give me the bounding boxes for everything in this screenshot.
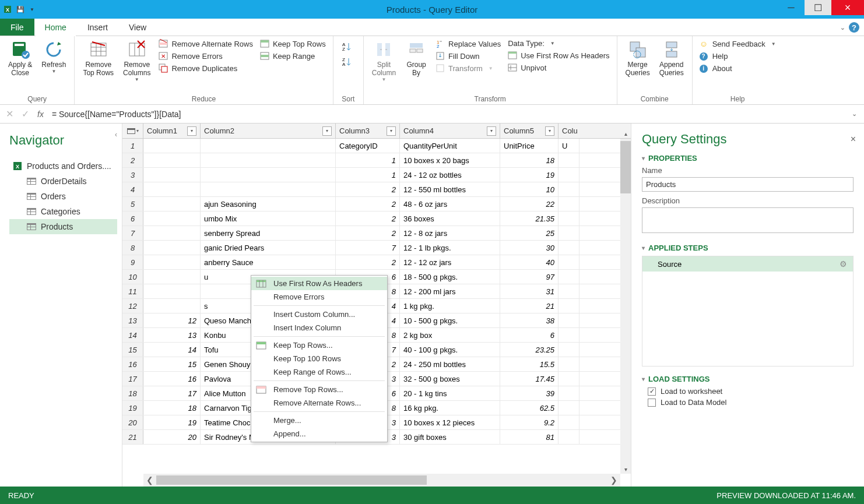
cancel-formula-icon[interactable]: ✕ xyxy=(6,108,13,119)
applied-steps-header[interactable]: ▾APPLIED STEPS xyxy=(642,244,854,252)
filter-icon[interactable]: ▾ xyxy=(487,126,496,136)
fill-down-button[interactable]: Fill Down xyxy=(433,51,503,61)
row-number[interactable]: 3 xyxy=(122,168,143,182)
help-button[interactable]: ?Help xyxy=(697,51,778,61)
select-all-corner[interactable]: ▾ xyxy=(122,124,143,138)
remove-duplicates-button[interactable]: Remove Duplicates xyxy=(156,63,255,73)
sort-asc-button[interactable]: AZ xyxy=(338,41,354,52)
row-number[interactable]: 9 xyxy=(122,255,143,269)
remove-columns-button[interactable]: Remove Columns▼ xyxy=(120,38,154,83)
properties-header[interactable]: ▾PROPERTIES xyxy=(642,154,854,163)
row-number[interactable]: 18 xyxy=(122,386,143,400)
merge-queries-button[interactable]: Merge Queries xyxy=(622,38,654,78)
row-number[interactable]: 20 xyxy=(122,415,143,429)
column-header-6[interactable]: Colu xyxy=(559,124,579,138)
row-number[interactable]: 19 xyxy=(122,401,143,415)
replace-values-button[interactable]: 12Replace Values xyxy=(433,38,503,49)
home-tab[interactable]: Home xyxy=(34,19,77,36)
cm-keep-range[interactable]: Keep Range of Rows... xyxy=(251,365,387,379)
cm-keep-top-100[interactable]: Keep Top 100 Rows xyxy=(251,352,387,365)
filter-icon[interactable]: ▾ xyxy=(545,126,554,136)
load-settings-header[interactable]: ▾LOAD SETTINGS xyxy=(642,375,854,383)
file-tab[interactable]: File xyxy=(0,19,34,36)
column-header-4[interactable]: Column4▾ xyxy=(400,124,500,138)
nav-item-categories[interactable]: Categories xyxy=(9,204,117,219)
gear-icon[interactable]: ⚙ xyxy=(840,259,847,269)
row-number[interactable]: 15 xyxy=(122,343,143,357)
cm-insert-custom[interactable]: Insert Custom Column... xyxy=(251,308,387,321)
refresh-button[interactable]: Refresh▼ xyxy=(38,38,69,75)
sort-desc-button[interactable]: ZA xyxy=(338,56,354,68)
view-tab[interactable]: View xyxy=(118,19,157,36)
load-datamodel-checkbox[interactable]: Load to Data Model xyxy=(648,398,854,407)
column-header-2[interactable]: Column2▾ xyxy=(201,124,336,138)
formula-expand-icon[interactable]: ⌄ xyxy=(852,110,857,118)
cm-remove-errors[interactable]: Remove Errors xyxy=(251,290,387,304)
row-number[interactable]: 13 xyxy=(122,313,143,327)
filter-icon[interactable]: ▾ xyxy=(387,126,396,136)
horizontal-scrollbar[interactable]: ❮❯ xyxy=(143,474,620,487)
split-column-button[interactable]: Split Column▼ xyxy=(368,38,399,83)
row-number[interactable]: 5 xyxy=(122,197,143,211)
row-number[interactable]: 11 xyxy=(122,284,143,298)
remove-top-rows-button[interactable]: Remove Top Rows xyxy=(79,38,117,78)
filter-icon[interactable]: ▾ xyxy=(187,126,196,136)
nav-item-products[interactable]: Products xyxy=(9,219,117,234)
row-number[interactable]: 12 xyxy=(122,299,143,313)
qat-dropdown-icon[interactable]: ▼ xyxy=(27,4,37,15)
name-input[interactable] xyxy=(642,177,854,192)
navigator-collapse-icon[interactable]: ‹ xyxy=(115,131,117,139)
insert-tab[interactable]: Insert xyxy=(77,19,118,36)
row-number[interactable]: 6 xyxy=(122,212,143,225)
vertical-scrollbar[interactable]: ▴▾ xyxy=(620,139,631,474)
load-worksheet-checkbox[interactable]: ✓Load to worksheet xyxy=(648,387,854,396)
close-button[interactable]: × xyxy=(831,0,864,15)
column-header-3[interactable]: Column3▾ xyxy=(336,124,400,138)
row-number[interactable]: 14 xyxy=(122,328,143,342)
collapse-ribbon-icon[interactable]: ⌃ xyxy=(840,23,845,31)
apply-close-button[interactable]: Apply & Close xyxy=(5,38,36,78)
cm-keep-top[interactable]: Keep Top Rows... xyxy=(251,339,387,352)
cm-use-first-row[interactable]: Use First Row As Headers xyxy=(251,277,387,290)
help-icon[interactable]: ? xyxy=(849,22,859,33)
cm-append[interactable]: Append... xyxy=(251,427,387,440)
cm-insert-index[interactable]: Insert Index Column xyxy=(251,321,387,334)
row-number[interactable]: 17 xyxy=(122,372,143,386)
cm-remove-alternate[interactable]: Remove Alternate Rows... xyxy=(251,396,387,410)
formula-input[interactable]: = Source{[Name="Products"]}[Data] xyxy=(52,110,858,119)
nav-item-orderdetails[interactable]: OrderDetails xyxy=(9,174,117,189)
minimize-button[interactable]: ─ xyxy=(778,0,805,15)
nav-root[interactable]: XProducts and Orders.... xyxy=(9,158,117,174)
row-number[interactable]: 10 xyxy=(122,270,143,284)
column-header-1[interactable]: Column1▾ xyxy=(143,124,201,138)
remove-errors-button[interactable]: ✕Remove Errors xyxy=(156,51,255,61)
maximize-button[interactable]: ☐ xyxy=(805,0,831,15)
nav-item-orders[interactable]: Orders xyxy=(9,189,117,204)
row-number[interactable]: 2 xyxy=(122,153,143,167)
keep-top-rows-button[interactable]: Keep Top Rows xyxy=(258,38,328,49)
about-button[interactable]: iAbout xyxy=(697,63,778,73)
unpivot-button[interactable]: Unpivot xyxy=(505,62,612,73)
step-source[interactable]: Source⚙ xyxy=(642,256,853,272)
send-feedback-button[interactable]: ☺Send Feedback▼ xyxy=(697,38,778,49)
row-number[interactable]: 16 xyxy=(122,357,143,371)
accept-formula-icon[interactable]: ✓ xyxy=(22,108,29,119)
row-number[interactable]: 4 xyxy=(122,182,143,196)
close-settings-icon[interactable]: × xyxy=(851,134,856,144)
cm-merge[interactable]: Merge... xyxy=(251,414,387,427)
row-number[interactable]: 8 xyxy=(122,241,143,255)
description-input[interactable] xyxy=(642,207,854,233)
row-number[interactable]: 7 xyxy=(122,226,143,240)
append-queries-button[interactable]: Append Queries xyxy=(656,38,687,78)
cm-remove-top[interactable]: Remove Top Rows... xyxy=(251,383,387,396)
use-first-row-button[interactable]: Use First Row As Headers xyxy=(505,50,612,61)
data-type-button[interactable]: Data Type:▼ xyxy=(505,38,612,48)
row-number[interactable]: 21 xyxy=(122,430,143,444)
keep-range-button[interactable]: Keep Range xyxy=(258,51,328,61)
qat-save-icon[interactable]: 💾 xyxy=(15,4,26,15)
transform-button[interactable]: Transform▼ xyxy=(433,63,503,73)
remove-alternate-rows-button[interactable]: Remove Alternate Rows xyxy=(156,38,255,49)
column-header-5[interactable]: Column5▾ xyxy=(500,124,559,138)
group-by-button[interactable]: Group By xyxy=(402,38,431,78)
row-number[interactable]: 1 xyxy=(122,139,143,153)
